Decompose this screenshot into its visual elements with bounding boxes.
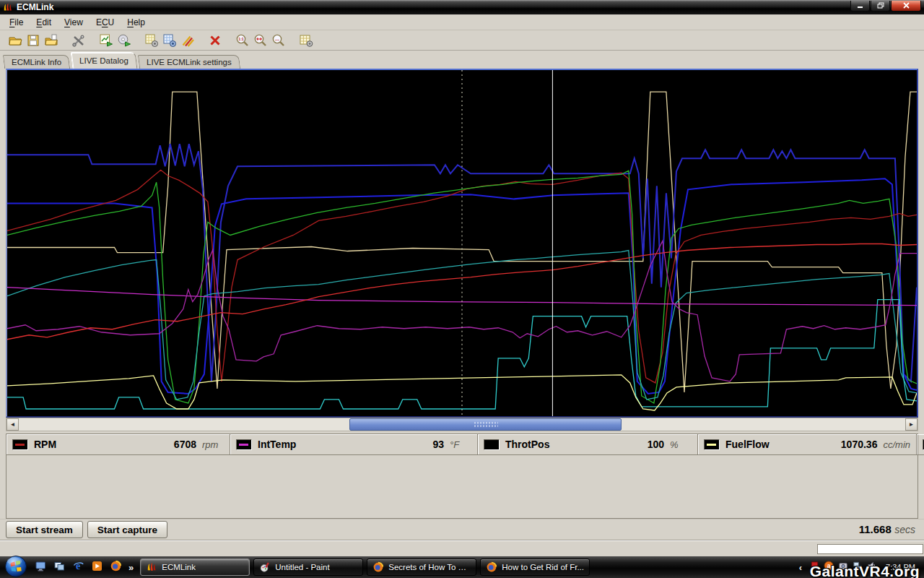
param-value: 6708 bbox=[174, 439, 196, 450]
import-folder-button[interactable] bbox=[42, 32, 60, 49]
quicklaunch-media-player[interactable] bbox=[91, 560, 103, 575]
scroll-right-button[interactable]: ► bbox=[905, 418, 918, 431]
param-unit: °F bbox=[450, 439, 471, 450]
param-unit: rpm bbox=[202, 439, 224, 450]
tab-live-datalog[interactable]: LIVE Datalog bbox=[71, 52, 138, 69]
scroll-thumb[interactable] bbox=[349, 418, 622, 431]
param-value: 1070.36 bbox=[841, 439, 878, 450]
tab-label: LIVE Datalog bbox=[79, 56, 128, 65]
chart-plot[interactable] bbox=[7, 70, 917, 416]
zoom-fit-icon bbox=[253, 33, 268, 48]
quicklaunch-overflow-chevron[interactable]: » bbox=[126, 562, 136, 573]
readout-cell-inttemp[interactable]: IntTemp93°F bbox=[230, 434, 478, 455]
toolbar: 1:1... bbox=[0, 30, 924, 51]
menu-item-view[interactable]: View bbox=[58, 16, 90, 29]
save-file-button[interactable] bbox=[24, 32, 42, 49]
tab-ecmlink-info[interactable]: ECMLink Info bbox=[3, 55, 70, 69]
chart-hscrollbar[interactable]: ◄ ► bbox=[6, 418, 918, 431]
quicklaunch-window-switcher[interactable] bbox=[53, 560, 66, 575]
clear-marks-button[interactable] bbox=[178, 32, 196, 49]
chart-config-alt-icon bbox=[162, 33, 177, 48]
readout-cell-airflow[interactable]: Airflow275.8gm/s bbox=[917, 434, 924, 455]
param-name: ThrotPos bbox=[505, 439, 549, 450]
export-chart-icon bbox=[99, 33, 113, 48]
zoom-custom-icon: ... bbox=[271, 33, 286, 48]
readout-cell-fuelflow[interactable]: FuelFlow1070.36cc/min bbox=[698, 434, 917, 455]
start-button[interactable] bbox=[4, 555, 27, 578]
delete-icon bbox=[208, 33, 222, 48]
media-player-icon bbox=[91, 560, 103, 572]
svg-text:...: ... bbox=[275, 35, 279, 40]
window-switcher-icon bbox=[53, 560, 66, 572]
tab-live-ecmlink-settings[interactable]: LIVE ECMLink settings bbox=[138, 55, 240, 69]
trace-color-swatch bbox=[484, 439, 500, 450]
start-capture-button[interactable]: Start capture bbox=[87, 521, 167, 538]
firefox-icon bbox=[110, 560, 122, 572]
swatch-color-bar bbox=[487, 444, 496, 446]
open-file-button[interactable] bbox=[6, 32, 24, 49]
task-button-label: Untitled - Paint bbox=[275, 563, 329, 571]
tray-chevron[interactable]: ‹ bbox=[797, 562, 804, 573]
status-progress-area bbox=[817, 544, 923, 554]
open-file-icon bbox=[8, 33, 22, 48]
task-button-label: ECMLink bbox=[162, 563, 196, 571]
tools-button[interactable] bbox=[69, 32, 87, 49]
trace-color-swatch bbox=[12, 439, 28, 450]
export-disc-icon bbox=[117, 33, 131, 48]
task-button-1[interactable]: ECMLink bbox=[140, 558, 250, 576]
show-desktop-icon bbox=[35, 560, 47, 572]
zoom-actual-button[interactable]: 1:1 bbox=[233, 32, 251, 49]
chart-config-button[interactable] bbox=[142, 32, 160, 49]
menu-item-file[interactable]: File bbox=[3, 16, 30, 29]
zoom-fit-button[interactable] bbox=[251, 32, 269, 49]
param-value: 100 bbox=[648, 439, 664, 450]
start-stream-button[interactable]: Start stream bbox=[6, 521, 83, 538]
quicklaunch-show-desktop[interactable] bbox=[35, 560, 47, 575]
tab-label: LIVE ECMLink settings bbox=[147, 58, 232, 66]
scroll-track[interactable] bbox=[19, 418, 905, 431]
close-button[interactable] bbox=[891, 1, 921, 12]
scroll-thumb-grip bbox=[474, 421, 498, 428]
scroll-left-button[interactable]: ◄ bbox=[6, 418, 19, 431]
swatch-color-bar bbox=[707, 444, 716, 446]
task-buttons: ECMLinkUntitled - PaintSecrets of How To… bbox=[140, 558, 590, 576]
chart-config-icon bbox=[144, 33, 159, 48]
datalog-chart[interactable] bbox=[6, 69, 918, 418]
readout-cell-throtpos[interactable]: ThrotPos100% bbox=[478, 434, 698, 455]
chart-config-alt-button[interactable] bbox=[160, 32, 178, 49]
trace-color-swatch bbox=[704, 439, 720, 450]
readout-table: RPM6708rpmIntTemp93°FThrotPos100%FuelFlo… bbox=[6, 434, 918, 519]
menu-bar: FileEditViewECUHelp bbox=[0, 14, 924, 30]
watermark: GalantVR4.org bbox=[810, 563, 920, 578]
export-chart-button[interactable] bbox=[97, 32, 115, 49]
menu-item-edit[interactable]: Edit bbox=[30, 16, 58, 29]
elapsed-time: 11.668 secs bbox=[859, 523, 918, 536]
firefox-icon bbox=[486, 561, 497, 573]
delete-button[interactable] bbox=[206, 32, 224, 49]
quicklaunch-firefox[interactable] bbox=[110, 560, 122, 575]
action-row: Start stream Start capture 11.668 secs bbox=[0, 519, 924, 540]
quicklaunch-internet-explorer[interactable]: e bbox=[72, 560, 84, 575]
trace-rpm bbox=[7, 170, 917, 383]
grid-settings-button[interactable] bbox=[297, 32, 315, 49]
readout-cell-rpm[interactable]: RPM6708rpm bbox=[6, 434, 230, 455]
ecmlink-icon bbox=[146, 561, 157, 573]
toolbar-separator bbox=[60, 40, 69, 40]
menu-item-ecu[interactable]: ECU bbox=[90, 16, 121, 29]
task-button-4[interactable]: How to Get Rid of Fr... bbox=[480, 558, 590, 576]
export-disc-button[interactable] bbox=[115, 32, 133, 49]
minimize-button[interactable] bbox=[850, 1, 870, 12]
task-button-3[interactable]: Secrets of How To R... bbox=[367, 558, 476, 576]
internet-explorer-icon: e bbox=[72, 560, 84, 572]
param-value: 93 bbox=[432, 439, 444, 450]
task-button-2[interactable]: Untitled - Paint bbox=[253, 558, 363, 576]
menu-item-help[interactable]: Help bbox=[121, 16, 152, 29]
window-title: ECMLink bbox=[17, 2, 53, 12]
restore-button[interactable] bbox=[871, 1, 890, 12]
tab-bar: ECMLink InfoLIVE DatalogLIVE ECMLink set… bbox=[0, 51, 924, 69]
swatch-color-bar bbox=[15, 444, 25, 446]
task-button-label: How to Get Rid of Fr... bbox=[502, 563, 584, 571]
taskbar: e » ECMLinkUntitled - PaintSecrets of Ho… bbox=[0, 556, 924, 578]
zoom-custom-button[interactable]: ... bbox=[269, 32, 287, 49]
toolbar-separator bbox=[287, 40, 297, 40]
